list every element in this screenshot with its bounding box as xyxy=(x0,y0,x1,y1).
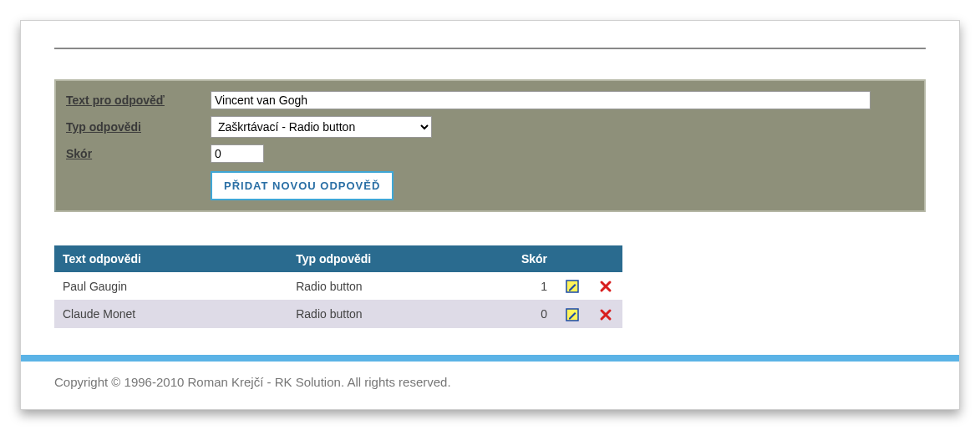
col-header-edit xyxy=(556,245,589,272)
col-header-score: Skór xyxy=(513,245,556,272)
answer-form-panel: Text pro odpověď Typ odpovědi Zaškrtávac… xyxy=(54,79,926,212)
add-answer-button[interactable]: PŘIDAT NOVOU ODPOVĚĎ xyxy=(211,171,394,200)
table-header-row: Text odpovědi Typ odpovědi Skór xyxy=(54,245,622,272)
row-answer-text: Text pro odpověď xyxy=(64,88,916,113)
edit-icon[interactable] xyxy=(566,280,579,293)
cell-type: Radio button xyxy=(287,300,513,327)
label-answer-type: Typ odpovědi xyxy=(64,120,211,134)
delete-icon[interactable] xyxy=(599,308,612,321)
label-score: Skór xyxy=(64,147,211,160)
cell-text: Claude Monet xyxy=(54,300,287,327)
answer-type-select[interactable]: Zaškrtávací - Radio button xyxy=(211,116,432,138)
cell-type: Radio button xyxy=(287,272,513,300)
footer-divider xyxy=(21,355,959,362)
row-answer-type: Typ odpovědi Zaškrtávací - Radio button xyxy=(64,113,916,141)
copyright-text: Copyright © 1996-2010 Roman Krejčí - RK … xyxy=(54,372,926,392)
cell-score: 0 xyxy=(513,300,556,327)
col-header-text: Text odpovědi xyxy=(54,245,287,272)
table-row: Claude Monet Radio button 0 xyxy=(54,300,622,327)
label-answer-text: Text pro odpověď xyxy=(64,94,211,107)
divider-top xyxy=(54,48,926,49)
table-row: Paul Gaugin Radio button 1 xyxy=(54,272,622,300)
row-score: Skór xyxy=(64,141,916,166)
cell-text: Paul Gaugin xyxy=(54,272,287,300)
col-header-delete xyxy=(589,245,622,272)
col-header-type: Typ odpovědi xyxy=(287,245,513,272)
cell-score: 1 xyxy=(513,272,556,300)
page-container: Text pro odpověď Typ odpovědi Zaškrtávac… xyxy=(20,20,960,410)
answer-text-input[interactable] xyxy=(211,91,871,109)
delete-icon[interactable] xyxy=(599,280,612,293)
score-input[interactable] xyxy=(211,144,264,163)
edit-icon[interactable] xyxy=(566,308,579,321)
answers-table: Text odpovědi Typ odpovědi Skór Paul Gau… xyxy=(54,245,622,328)
